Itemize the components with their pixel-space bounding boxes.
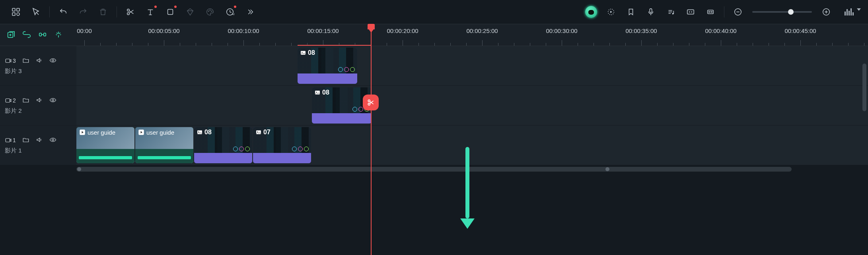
svg-point-4: [127, 9, 130, 12]
palette-icon: [201, 3, 219, 21]
track-type-icon[interactable]: 2: [5, 97, 16, 104]
track-controls: 3: [5, 57, 72, 65]
redo-icon: [74, 3, 92, 21]
ruler-label: 00:00: [77, 27, 92, 34]
magnetic-icon[interactable]: [54, 30, 63, 40]
gem-icon: [181, 3, 199, 21]
clip[interactable]: 08: [298, 48, 357, 84]
ruler-label: 00:00:45:00: [784, 27, 816, 34]
track: 3 影片 3 08: [0, 46, 868, 86]
speaker-icon[interactable]: [36, 97, 43, 105]
svg-point-17: [691, 12, 692, 13]
folder-icon[interactable]: [22, 57, 29, 65]
ruler-label: 00:00:10:00: [228, 27, 259, 34]
speaker-icon[interactable]: [36, 136, 43, 145]
svg-text:AI: AI: [232, 12, 235, 16]
svg-rect-26: [301, 51, 306, 54]
track-lane[interactable]: 08: [76, 46, 868, 85]
toolbar: AI: [0, 0, 868, 24]
ai-speed-icon[interactable]: AI: [221, 3, 239, 21]
clip[interactable]: user guide: [135, 127, 193, 163]
svg-point-5: [127, 13, 130, 15]
track-name: 影片 3: [5, 68, 72, 75]
track-name: 影片 2: [5, 107, 72, 115]
svg-rect-24: [6, 59, 10, 63]
clip-label: user guide: [79, 129, 115, 136]
vertical-scrollbar[interactable]: [862, 64, 866, 111]
cursor-icon[interactable]: [27, 3, 45, 21]
scroll-handle-left[interactable]: [77, 167, 81, 171]
playhead-split-button[interactable]: [363, 95, 379, 110]
subtitle-icon[interactable]: [682, 3, 699, 21]
clip[interactable]: 07: [253, 127, 311, 163]
playhead-cap[interactable]: [368, 24, 375, 29]
svg-rect-28: [6, 99, 10, 102]
scissors-icon[interactable]: [122, 3, 139, 21]
more-icon[interactable]: [241, 3, 259, 21]
track-header: 1 影片 1: [0, 126, 76, 165]
track-lane[interactable]: 08: [76, 86, 868, 125]
undo-icon[interactable]: [54, 3, 72, 21]
ruler-label: 00:00:30:00: [546, 27, 577, 34]
svg-rect-2: [12, 13, 15, 15]
zoom-slider[interactable]: [752, 11, 812, 13]
ruler-label: 00:00:05:00: [148, 27, 179, 34]
playhead[interactable]: [371, 24, 372, 255]
folder-icon[interactable]: [22, 136, 29, 145]
zoom-slider-knob[interactable]: [788, 9, 794, 15]
ripple-icon[interactable]: [38, 30, 47, 40]
track-type-icon[interactable]: 3: [5, 57, 16, 64]
time-ruler[interactable]: 00:0000:00:05:0000:00:10:0000:00:15:0000…: [76, 24, 868, 46]
svg-rect-38: [256, 130, 261, 134]
chevron-down-icon[interactable]: [857, 8, 861, 11]
svg-rect-1: [17, 8, 19, 11]
eye-icon[interactable]: [49, 57, 56, 65]
ruler-label: 00:00:40:00: [705, 27, 736, 34]
avatar-icon[interactable]: [582, 3, 600, 21]
clip[interactable]: user guide: [76, 127, 134, 163]
svg-rect-22: [39, 33, 42, 36]
fit-width-icon[interactable]: [702, 3, 719, 21]
track-name: 影片 1: [5, 147, 72, 155]
clip[interactable]: 08: [194, 127, 252, 163]
text-icon[interactable]: [142, 3, 159, 21]
svg-point-7: [208, 11, 209, 12]
trash-icon: [94, 3, 112, 21]
svg-rect-30: [315, 91, 320, 94]
link-icon[interactable]: [22, 30, 31, 40]
view-mode[interactable]: [845, 8, 861, 15]
crop-icon[interactable]: [162, 3, 179, 21]
svg-point-33: [52, 139, 54, 141]
svg-point-16: [689, 12, 690, 13]
ruler-active-range: [298, 45, 371, 46]
ruler-label: 00:00:15:00: [307, 27, 339, 34]
svg-rect-0: [12, 8, 15, 11]
timeline-modes: [0, 24, 76, 46]
svg-point-29: [52, 99, 54, 101]
eye-icon[interactable]: [49, 97, 56, 105]
zoom-in-icon[interactable]: [817, 3, 835, 21]
svg-rect-36: [197, 130, 202, 134]
clip-label: 08: [300, 49, 315, 56]
mic-icon[interactable]: [642, 3, 660, 21]
add-media-icon[interactable]: [6, 30, 15, 40]
bookmark-icon[interactable]: [622, 3, 640, 21]
scroll-handle-right[interactable]: [605, 167, 609, 171]
separator: [724, 6, 724, 17]
svg-point-9: [211, 11, 212, 12]
eye-icon[interactable]: [49, 136, 56, 145]
track-number: 1: [13, 137, 16, 143]
track-controls: 1: [5, 136, 72, 145]
zoom-out-icon[interactable]: [729, 3, 747, 21]
track-type-icon[interactable]: 1: [5, 137, 16, 144]
track-number: 2: [13, 97, 16, 104]
speaker-icon[interactable]: [36, 57, 43, 65]
sparkle-play-icon[interactable]: [602, 3, 620, 21]
ruler-label: 00:00:25:00: [466, 27, 498, 34]
ruler-label: 00:00:20:00: [387, 27, 418, 34]
music-icon[interactable]: [662, 3, 679, 21]
folder-icon[interactable]: [22, 97, 29, 105]
svg-point-25: [52, 59, 54, 61]
horizontal-scrollbar[interactable]: [0, 165, 868, 173]
apps-icon[interactable]: [7, 3, 25, 21]
